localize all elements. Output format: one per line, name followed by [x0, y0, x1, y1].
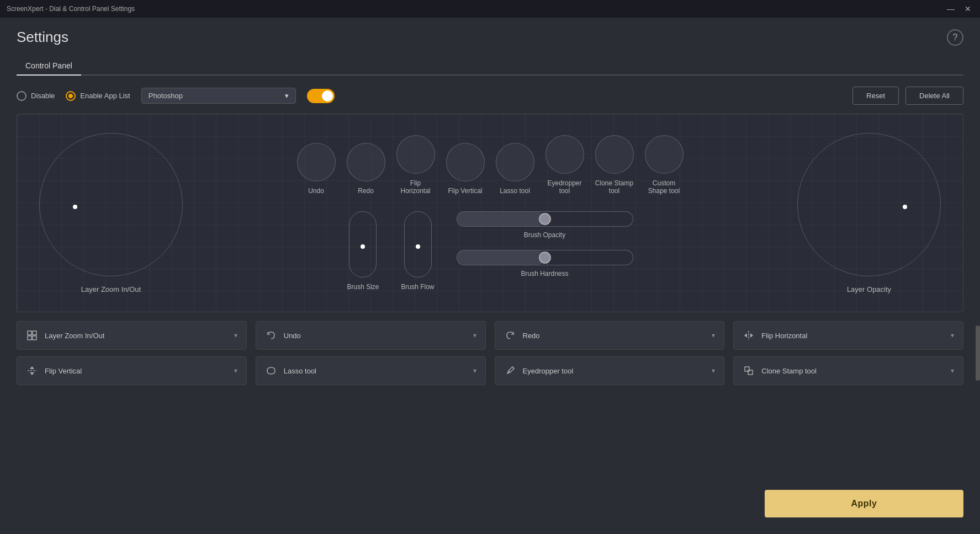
flip-vertical-dropdown-icon: [26, 365, 38, 377]
enable-app-list-radio-circle: [66, 91, 76, 101]
app-dropdown[interactable]: Photoshop ▾: [141, 88, 296, 104]
undo-btn-item: Undo: [297, 143, 336, 195]
layer-zoom-dropdown-label: Layer Zoom In/Out: [45, 332, 227, 340]
custom-shape-label: CustomShape tool: [648, 179, 680, 195]
undo-dropdown[interactable]: Undo ▾: [256, 321, 486, 350]
lasso-dropdown[interactable]: Lasso tool ▾: [256, 356, 486, 385]
title-bar: ScreenXpert - Dial & Control Panel Setti…: [0, 0, 980, 18]
reset-button[interactable]: Reset: [852, 87, 899, 105]
undo-dropdown-label: Undo: [284, 332, 467, 340]
flip-vertical-label: Flip Vertical: [448, 187, 482, 195]
clone-stamp-dropdown[interactable]: Clone Stamp tool ▾: [733, 356, 963, 385]
layer-zoom-label: Layer Zoom In/Out: [81, 285, 141, 293]
scrollbar[interactable]: [976, 325, 980, 381]
redo-label: Redo: [358, 187, 374, 195]
brush-hardness-fill: [457, 250, 545, 265]
close-button[interactable]: ✕: [962, 4, 973, 13]
clone-stamp-chevron-icon: ▾: [951, 367, 954, 375]
flip-vertical-dropdown[interactable]: Flip Vertical ▾: [17, 356, 247, 385]
small-circles-row: Undo Redo FlipHorizontal Flip Vertical: [297, 135, 684, 195]
brush-size-slider[interactable]: [349, 211, 377, 277]
window-title: ScreenXpert - Dial & Control Panel Setti…: [7, 5, 135, 13]
layer-opacity-label: Layer Opacity: [847, 285, 891, 293]
lasso-btn-item: Lasso tool: [496, 143, 534, 195]
brush-opacity-track[interactable]: [457, 211, 633, 227]
lasso-label: Lasso tool: [500, 187, 530, 195]
eyedropper-label: Eyedroppertool: [547, 179, 581, 195]
redo-dropdown-label: Redo: [523, 332, 706, 340]
sliders-section: Brush Opacity Brush Hardness: [457, 211, 633, 277]
tab-control-panel[interactable]: Control Panel: [17, 57, 81, 76]
redo-button[interactable]: [347, 143, 385, 181]
dropdown-row-2: Flip Vertical ▾ Lasso tool ▾: [17, 356, 963, 385]
svg-rect-1: [33, 331, 36, 335]
clone-stamp-button[interactable]: [595, 135, 634, 174]
flip-horizontal-dropdown[interactable]: Flip Horizontal ▾: [733, 321, 963, 350]
brush-opacity-label: Brush Opacity: [457, 231, 633, 239]
lasso-chevron-icon: ▾: [473, 367, 476, 375]
disable-radio[interactable]: Disable: [17, 91, 55, 101]
bottom-controls-row: Brush Size Brush Flow: [347, 211, 633, 291]
dropdown-chevron-icon: ▾: [285, 92, 289, 100]
flip-vertical-dropdown-label: Flip Vertical: [45, 367, 227, 375]
apply-button[interactable]: Apply: [765, 490, 963, 517]
svg-rect-11: [745, 367, 749, 371]
redo-btn-item: Redo: [347, 143, 385, 195]
main-content: Settings ? Control Panel Disable Enable …: [0, 18, 980, 403]
flip-vertical-button[interactable]: [446, 143, 485, 181]
clone-stamp-dropdown-icon: [743, 365, 755, 377]
settings-title: Settings: [17, 29, 68, 46]
undo-button[interactable]: [297, 143, 336, 181]
enable-app-list-label: Enable App List: [80, 92, 130, 100]
lasso-dropdown-label: Lasso tool: [284, 367, 467, 375]
disable-label: Disable: [31, 92, 55, 100]
flip-vertical-btn-item: Flip Vertical: [446, 143, 485, 195]
help-button[interactable]: ?: [947, 29, 963, 46]
brush-opacity-thumb: [539, 213, 551, 225]
brush-hardness-thumb: [539, 252, 551, 264]
svg-rect-0: [28, 331, 31, 335]
flip-vertical-chevron-icon: ▾: [234, 367, 237, 375]
toolbar-row: Disable Enable App List Photoshop ▾ Rese…: [17, 87, 963, 105]
bottom-panel: Layer Zoom In/Out ▾ Undo ▾: [17, 321, 963, 392]
custom-shape-button[interactable]: [645, 135, 684, 174]
brush-hardness-item: Brush Hardness: [457, 250, 633, 277]
brush-flow-slider[interactable]: [404, 211, 432, 277]
radio-group: Disable Enable App List: [17, 91, 130, 101]
redo-dropdown[interactable]: Redo ▾: [495, 321, 725, 350]
toggle-switch[interactable]: [307, 89, 335, 103]
layer-opacity-dial[interactable]: [797, 133, 941, 276]
undo-label: Undo: [308, 187, 324, 195]
clone-stamp-btn-item: Clone Stamptool: [595, 135, 634, 195]
opacity-dial-dot: [903, 205, 907, 209]
clone-stamp-label: Clone Stamptool: [595, 179, 633, 195]
layer-zoom-dropdown[interactable]: Layer Zoom In/Out ▾: [17, 321, 247, 350]
canvas-inner: Layer Zoom In/Out Undo Redo Fl: [17, 114, 963, 312]
flip-horizontal-label: FlipHorizontal: [400, 179, 430, 195]
brush-flow-pill: Brush Flow: [401, 211, 435, 291]
flip-horizontal-chevron-icon: ▾: [951, 332, 954, 339]
brush-size-pill: Brush Size: [347, 211, 379, 291]
delete-all-button[interactable]: Delete All: [905, 87, 963, 105]
redo-chevron-icon: ▾: [712, 332, 715, 339]
brush-hardness-track[interactable]: [457, 250, 633, 265]
eyedropper-dropdown[interactable]: Eyedropper tool ▾: [495, 356, 725, 385]
right-circle-container: Layer Opacity: [797, 133, 941, 293]
layer-zoom-dial[interactable]: [39, 133, 183, 276]
svg-marker-6: [750, 333, 753, 338]
brush-opacity-item: Brush Opacity: [457, 211, 633, 239]
enable-app-list-radio[interactable]: Enable App List: [66, 91, 130, 101]
brush-size-dot: [361, 244, 365, 249]
brush-hardness-label: Brush Hardness: [457, 270, 633, 277]
flip-horizontal-dropdown-label: Flip Horizontal: [761, 332, 944, 340]
window-controls: — ✕: [945, 4, 973, 13]
lasso-button[interactable]: [496, 143, 534, 181]
flip-horizontal-button[interactable]: [396, 135, 435, 174]
left-circle-container: Layer Zoom In/Out: [39, 133, 183, 293]
minimize-button[interactable]: —: [945, 4, 957, 13]
layer-zoom-dropdown-icon: [26, 329, 38, 341]
clone-stamp-dropdown-label: Clone Stamp tool: [761, 367, 944, 375]
svg-marker-9: [30, 372, 34, 375]
eyedropper-button[interactable]: [545, 135, 584, 174]
flip-horizontal-dropdown-icon: [743, 329, 755, 341]
